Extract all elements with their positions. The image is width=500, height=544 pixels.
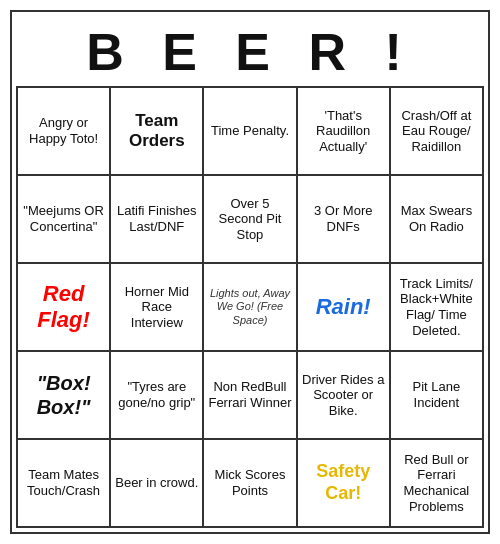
cell-text-r3c2: Horner Mid Race Interview xyxy=(114,284,199,331)
cell-text-r1c5: Crash/Off at Eau Rouge/ Raidillon xyxy=(394,108,479,155)
cell-text-r2c4: 3 Or More DNFs xyxy=(301,203,386,234)
card-title: B E E R ! xyxy=(16,16,484,86)
cell-text-r2c1: "Meejums OR Concertina" xyxy=(21,203,106,234)
cell-text-r1c2: Team Orders xyxy=(114,111,199,152)
bingo-cell-r2c2: Latifi Finishes Last/DNF xyxy=(111,176,204,264)
cell-text-r5c2: Beer in crowd. xyxy=(115,475,198,491)
bingo-cell-r3c4: Rain! xyxy=(298,264,391,352)
cell-text-r2c2: Latifi Finishes Last/DNF xyxy=(114,203,199,234)
bingo-cell-r1c2: Team Orders xyxy=(111,88,204,176)
cell-text-r3c5: Track Limits/ Black+White Flag/ Time Del… xyxy=(394,276,479,338)
cell-text-r2c3: Over 5 Second Pit Stop xyxy=(207,196,292,243)
bingo-cell-r1c4: 'That's Raudillon Actually' xyxy=(298,88,391,176)
bingo-cell-r4c5: Pit Lane Incident xyxy=(391,352,484,440)
bingo-cell-r1c1: Angry or Happy Toto! xyxy=(18,88,111,176)
bingo-cell-r3c1: Red Flag! xyxy=(18,264,111,352)
cell-text-r5c1: Team Mates Touch/Crash xyxy=(21,467,106,498)
cell-text-r3c4: Rain! xyxy=(316,294,371,320)
bingo-cell-r2c4: 3 Or More DNFs xyxy=(298,176,391,264)
bingo-cell-r3c5: Track Limits/ Black+White Flag/ Time Del… xyxy=(391,264,484,352)
bingo-cell-r2c3: Over 5 Second Pit Stop xyxy=(204,176,297,264)
cell-text-r1c4: 'That's Raudillon Actually' xyxy=(301,108,386,155)
bingo-cell-r5c3: Mick Scores Points xyxy=(204,440,297,528)
cell-text-r4c5: Pit Lane Incident xyxy=(394,379,479,410)
bingo-cell-r2c5: Max Swears On Radio xyxy=(391,176,484,264)
cell-text-r3c1: Red Flag! xyxy=(21,281,106,334)
cell-text-r4c1: "Box! Box!" xyxy=(21,371,106,419)
cell-text-r4c3: Non RedBull Ferrari Winner xyxy=(207,379,292,410)
bingo-cell-r3c2: Horner Mid Race Interview xyxy=(111,264,204,352)
bingo-cell-r1c3: Time Penalty. xyxy=(204,88,297,176)
bingo-cell-r4c1: "Box! Box!" xyxy=(18,352,111,440)
bingo-cell-r4c4: Driver Rides a Scooter or Bike. xyxy=(298,352,391,440)
cell-text-r5c5: Red Bull or Ferrari Mechanical Problems xyxy=(394,452,479,514)
bingo-cell-r5c2: Beer in crowd. xyxy=(111,440,204,528)
bingo-cell-r1c5: Crash/Off at Eau Rouge/ Raidillon xyxy=(391,88,484,176)
cell-text-r1c3: Time Penalty. xyxy=(211,123,289,139)
bingo-grid: Angry or Happy Toto!Team OrdersTime Pena… xyxy=(16,86,484,528)
bingo-cell-r2c1: "Meejums OR Concertina" xyxy=(18,176,111,264)
cell-text-r5c3: Mick Scores Points xyxy=(207,467,292,498)
bingo-card: B E E R ! Angry or Happy Toto!Team Order… xyxy=(10,10,490,534)
bingo-cell-r5c4: Safety Car! xyxy=(298,440,391,528)
cell-text-r3c3: Lights out, Away We Go! (Free Space) xyxy=(207,287,292,327)
cell-text-r1c1: Angry or Happy Toto! xyxy=(21,115,106,146)
bingo-cell-r4c2: "Tyres are gone/no grip" xyxy=(111,352,204,440)
bingo-cell-r4c3: Non RedBull Ferrari Winner xyxy=(204,352,297,440)
cell-text-r5c4: Safety Car! xyxy=(301,461,386,504)
bingo-cell-r3c3: Lights out, Away We Go! (Free Space) xyxy=(204,264,297,352)
cell-text-r4c4: Driver Rides a Scooter or Bike. xyxy=(301,372,386,419)
bingo-cell-r5c1: Team Mates Touch/Crash xyxy=(18,440,111,528)
cell-text-r4c2: "Tyres are gone/no grip" xyxy=(114,379,199,410)
bingo-cell-r5c5: Red Bull or Ferrari Mechanical Problems xyxy=(391,440,484,528)
cell-text-r2c5: Max Swears On Radio xyxy=(394,203,479,234)
